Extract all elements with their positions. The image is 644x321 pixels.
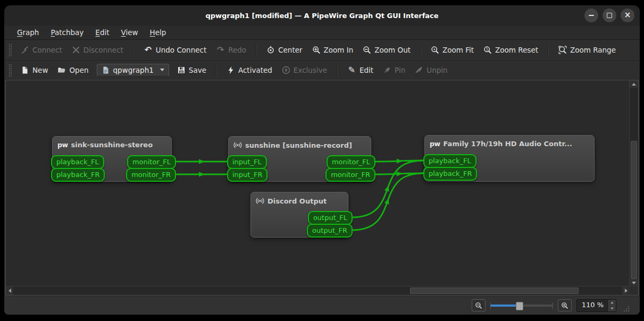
graph-canvas[interactable]: pwsink-sunshine-stereoplayback_FLplaybac… <box>6 80 630 286</box>
minimize-button[interactable] <box>584 9 598 22</box>
input-port-playback_FR[interactable]: playback_FR <box>51 168 105 182</box>
menu-view[interactable]: View <box>116 27 144 38</box>
app-window: qpwgraph1 [modified] — A PipeWire Graph … <box>4 5 640 315</box>
zoom-step-down-button[interactable] <box>608 306 616 311</box>
edge-arrow-icon <box>199 159 205 164</box>
activated-button[interactable]: Activated <box>222 64 277 77</box>
button-label: Unpin <box>426 66 447 74</box>
input-port-playback_FL[interactable]: playback_FL <box>51 155 104 169</box>
output-port-output_FR[interactable]: output_FR <box>307 224 353 238</box>
zoom-slider-handle[interactable] <box>516 302 523 310</box>
connection-edge[interactable] <box>375 173 423 174</box>
zoom-fit-button[interactable]: Zoom Fit <box>426 44 479 56</box>
node-discord-output[interactable]: Discord Outputoutput_FLoutput_FR <box>250 192 348 238</box>
open-button[interactable]: Open <box>53 64 93 77</box>
window-controls: × <box>584 9 634 22</box>
vertical-scroll-thumb[interactable] <box>631 141 637 279</box>
resize-grip[interactable] <box>623 306 630 312</box>
toolbar-file: NewOpenqpwgraph1SaveActivatedExclusive✎E… <box>4 61 640 80</box>
horizontal-scroll-thumb[interactable] <box>410 288 579 294</box>
close-button[interactable]: × <box>621 9 634 22</box>
open-folder-icon <box>57 66 66 74</box>
output-port-monitor_FL[interactable]: monitor_FL <box>127 155 176 169</box>
button-label: Zoom Fit <box>442 46 474 54</box>
zoom-step-up-button[interactable] <box>608 300 616 306</box>
scroll-down-button[interactable] <box>630 279 638 286</box>
maximize-button[interactable] <box>603 9 616 22</box>
pipewire-icon: pw <box>430 140 440 148</box>
new-button[interactable]: New <box>16 64 53 77</box>
zoom-spinbox[interactable]: 110 % <box>576 299 616 312</box>
patchbay-selector-value: qpwgraph1 <box>113 66 154 74</box>
menu-patchbay[interactable]: Patchbay <box>45 27 89 38</box>
vertical-scrollbar[interactable] <box>629 80 638 286</box>
input-port-input_FR[interactable]: input_FR <box>227 168 267 182</box>
button-label: Undo Connect <box>156 46 206 54</box>
toolbar-separator <box>420 44 421 56</box>
toolbar-separator <box>337 64 338 77</box>
arrow-left-icon <box>9 289 11 293</box>
input-port-playback_FR[interactable]: playback_FR <box>423 167 477 181</box>
input-port-input_FL[interactable]: input_FL <box>227 155 267 169</box>
output-port-output_FL[interactable]: output_FL <box>308 211 353 225</box>
exclusive-bolt-icon <box>282 66 290 74</box>
toolbar-main: ConnectDisconnect↶Undo Connect↷RedoCente… <box>4 40 640 61</box>
button-label: Disconnect <box>83 46 123 54</box>
zoom-out-icon <box>475 302 482 309</box>
node-title-text: Discord Output <box>267 197 327 205</box>
menu-edit[interactable]: Edit <box>90 27 114 38</box>
minimize-icon <box>589 15 594 16</box>
titlebar[interactable]: qpwgraph1 [modified] — A PipeWire Graph … <box>4 5 640 26</box>
input-port-playback_FL[interactable]: playback_FL <box>423 154 476 168</box>
scroll-up-button[interactable] <box>630 80 638 88</box>
menu-help[interactable]: Help <box>145 27 172 38</box>
zoom-in-button[interactable]: Zoom In <box>307 44 358 56</box>
arrow-right-icon <box>625 289 628 293</box>
node-family-audio[interactable]: pwFamily 17h/19h HD Audio Contr...playba… <box>424 135 595 182</box>
patchbay-selector-combobox[interactable]: qpwgraph1 <box>97 64 169 77</box>
center-icon <box>266 46 275 54</box>
horizontal-scrollbar[interactable] <box>6 286 630 295</box>
undo-connect-button[interactable]: ↶Undo Connect <box>139 44 211 56</box>
button-label: Zoom Reset <box>495 46 538 54</box>
connection-edge[interactable] <box>352 173 423 230</box>
zoom-out-button[interactable]: Zoom Out <box>358 44 415 56</box>
button-label: Activated <box>238 66 272 74</box>
output-port-monitor_FR[interactable]: monitor_FR <box>126 168 176 182</box>
edit-button[interactable]: ✎Edit <box>342 64 378 77</box>
zoom-value[interactable]: 110 % <box>577 300 607 311</box>
zoom-slider[interactable] <box>490 300 553 311</box>
zoom-reset-button[interactable]: 1Zoom Reset <box>479 44 543 56</box>
disconnect-button: Disconnect <box>67 44 128 56</box>
connection-edge[interactable] <box>375 160 423 162</box>
button-label: Zoom In <box>324 46 354 54</box>
new-file-icon <box>21 66 29 74</box>
zoom-out-button[interactable] <box>472 299 486 311</box>
node-sunshine[interactable]: sunshine [sunshine-record]input_FLinput_… <box>228 136 371 182</box>
scroll-right-button[interactable] <box>622 286 630 295</box>
toolbar-drag-handle[interactable] <box>9 44 12 56</box>
exclusive-button: Exclusive <box>277 64 332 77</box>
toolbar-separator <box>216 64 217 77</box>
output-port-monitor_FR[interactable]: monitor_FR <box>325 168 375 182</box>
output-port-monitor_FL[interactable]: monitor_FL <box>327 155 375 169</box>
button-label: Edit <box>359 66 373 74</box>
node-sink-sunshine-stereo[interactable]: pwsink-sunshine-stereoplayback_FLplaybac… <box>52 136 172 182</box>
zoom-in-button[interactable] <box>558 299 572 311</box>
pin-icon <box>383 66 391 74</box>
button-label: Save <box>189 66 206 74</box>
zoom-range-button[interactable]: Zoom Range <box>554 44 621 56</box>
button-label: Connect <box>32 46 62 54</box>
button-label: Redo <box>228 46 246 54</box>
toolbar-drag-handle[interactable] <box>9 64 12 77</box>
menu-graph[interactable]: Graph <box>12 27 44 38</box>
center-button[interactable]: Center <box>262 44 307 56</box>
pipewire-icon: pw <box>57 141 68 149</box>
connections-layer <box>6 80 630 286</box>
save-button[interactable]: Save <box>172 64 211 77</box>
scrollbar-corner <box>630 286 638 295</box>
zoom-in-icon <box>561 302 568 309</box>
svg-text:1: 1 <box>486 47 488 52</box>
graph-canvas-frame: pwsink-sunshine-stereoplayback_FLplaybac… <box>5 80 639 295</box>
scroll-left-button[interactable] <box>6 286 13 295</box>
